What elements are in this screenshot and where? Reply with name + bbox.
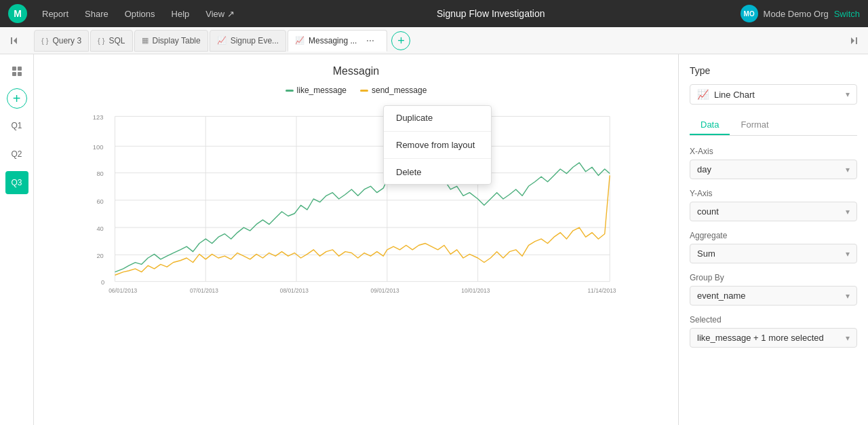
group-by-select[interactable]: event_name ▾ — [690, 286, 857, 306]
svg-text:100: 100 — [93, 144, 104, 151]
avatar: MO — [741, 5, 758, 22]
type-label: Type — [690, 65, 857, 76]
table-icon: ▦ — [142, 36, 149, 45]
aggregate-label: Aggregate — [690, 231, 857, 240]
y-axis-select[interactable]: count ▾ — [690, 202, 857, 221]
sidebar-add-button[interactable]: + — [7, 88, 27, 109]
top-nav: M Report Share Options Help View ↗ Signu… — [0, 0, 868, 27]
line-send-message — [115, 175, 610, 275]
chart-legend: like_message send_message — [45, 86, 667, 95]
svg-text:11/14/2013: 11/14/2013 — [587, 287, 616, 294]
svg-text:0: 0 — [101, 279, 104, 286]
line-like-message — [115, 163, 610, 272]
svg-text:10/01/2013: 10/01/2013 — [461, 287, 490, 294]
dropdown-divider1 — [384, 131, 491, 132]
aggregate-value: Sum — [697, 248, 846, 259]
svg-text:123: 123 — [93, 114, 104, 121]
sidebar-q3[interactable]: Q3 — [5, 171, 28, 194]
svg-rect-2 — [12, 67, 16, 71]
svg-rect-3 — [18, 67, 22, 71]
line-chart-svg: 0 20 40 60 80 100 123 06/01/2013 07/0 — [45, 100, 667, 297]
panel-tabs: Data Format — [690, 115, 857, 136]
legend-like: like_message — [285, 86, 347, 95]
tab-data[interactable]: Data — [690, 115, 730, 135]
left-sidebar: + Q1 Q2 Q3 — [0, 54, 34, 425]
tab-signup-eve[interactable]: 📈 Signup Eve... — [210, 30, 286, 52]
svg-text:80: 80 — [96, 170, 103, 177]
nav-report[interactable]: Report — [35, 6, 75, 22]
y-axis-value: count — [697, 206, 846, 217]
sql-icon: { } — [41, 37, 48, 45]
tab-signup-label: Signup Eve... — [231, 36, 279, 45]
aggregate-select[interactable]: Sum ▾ — [690, 244, 857, 263]
tab-messaging[interactable]: 📈 Messaging ... ⋯ — [288, 30, 387, 52]
x-axis-chevron-icon: ▾ — [846, 165, 850, 174]
sidebar-q1[interactable]: Q1 — [5, 114, 28, 137]
org-name: Mode Demo Org — [764, 9, 829, 19]
group-by-label: Group By — [690, 273, 857, 282]
tab-query3-label: Query 3 — [52, 36, 81, 45]
tab-sql[interactable]: { } SQL — [90, 30, 132, 52]
chart-type-text: Line Chart — [714, 90, 846, 100]
selected-chevron-icon: ▾ — [846, 333, 850, 343]
x-axis-select[interactable]: day ▾ — [690, 160, 857, 179]
svg-text:60: 60 — [96, 198, 103, 205]
svg-rect-4 — [12, 72, 16, 76]
add-tab-button[interactable]: + — [391, 31, 410, 50]
collapse-left-button[interactable] — [5, 31, 24, 50]
legend-like-dot — [285, 90, 294, 92]
x-axis-value: day — [697, 164, 846, 174]
nav-options[interactable]: Options — [118, 6, 162, 22]
aggregate-chevron-icon: ▾ — [846, 249, 850, 259]
svg-rect-5 — [18, 72, 22, 76]
legend-send-label: send_message — [372, 86, 427, 95]
svg-text:09/01/2013: 09/01/2013 — [371, 287, 399, 294]
tab-messaging-label: Messaging ... — [309, 36, 357, 45]
x-axis-label: X-Axis — [690, 147, 857, 156]
sql-icon2: { } — [98, 37, 104, 45]
svg-text:40: 40 — [96, 225, 103, 232]
sidebar-grid-button[interactable] — [5, 60, 28, 83]
page-title: Signup Flow Investigation — [244, 8, 738, 19]
chart-area: Messagin like_message send_message 0 20 … — [34, 54, 678, 425]
nav-share[interactable]: Share — [78, 6, 115, 22]
selected-select[interactable]: like_message + 1 more selected ▾ — [690, 328, 857, 348]
y-axis-section: Y-Axis count ▾ — [690, 189, 857, 221]
switch-button[interactable]: Switch — [834, 9, 860, 19]
tab-display-table-label: Display Table — [153, 36, 201, 45]
selected-label: Selected — [690, 315, 857, 325]
svg-text:06/01/2013: 06/01/2013 — [108, 287, 137, 294]
svg-text:07/01/2013: 07/01/2013 — [190, 287, 218, 294]
legend-send-dot — [360, 90, 368, 92]
dropdown-divider2 — [384, 158, 491, 159]
tab-bar: { } Query 3 { } SQL ▦ Display Table 📈 Si… — [0, 27, 868, 54]
chart-icon2: 📈 — [295, 36, 304, 45]
tab-more-button[interactable]: ⋯ — [361, 31, 380, 50]
sidebar-q2[interactable]: Q2 — [5, 143, 28, 166]
duplicate-button[interactable]: Duplicate — [384, 106, 491, 130]
group-by-value: event_name — [697, 291, 846, 301]
tab-format[interactable]: Format — [730, 115, 779, 135]
tab-sql-label: SQL — [109, 36, 125, 45]
chevron-down-icon: ▾ — [846, 90, 850, 99]
nav-right: MO Mode Demo Org Switch — [741, 5, 860, 22]
nav-view[interactable]: View ↗ — [199, 6, 241, 22]
right-panel: Type 📈 Line Chart ▾ Data Format X-Axis d… — [678, 54, 868, 425]
tab-display-table[interactable]: ▦ Display Table — [134, 30, 208, 52]
nav-help[interactable]: Help — [165, 6, 197, 22]
delete-button[interactable]: Delete — [384, 160, 491, 184]
line-chart-icon: 📈 — [697, 89, 709, 100]
x-axis-section: X-Axis day ▾ — [690, 147, 857, 179]
legend-send: send_message — [360, 86, 427, 95]
chart-icon1: 📈 — [217, 36, 226, 45]
chart-type-selector[interactable]: 📈 Line Chart ▾ — [690, 84, 857, 105]
chart-title: Messagin — [45, 65, 667, 77]
tab-query3[interactable]: { } Query 3 — [34, 30, 89, 52]
svg-rect-1 — [856, 37, 857, 44]
svg-rect-0 — [11, 37, 12, 44]
legend-like-label: like_message — [297, 86, 347, 95]
group-by-chevron-icon: ▾ — [846, 291, 850, 301]
remove-from-layout-button[interactable]: Remove from layout — [384, 133, 491, 157]
dropdown-menu: Duplicate Remove from layout Delete — [383, 105, 492, 185]
expand-right-button[interactable] — [844, 31, 863, 50]
